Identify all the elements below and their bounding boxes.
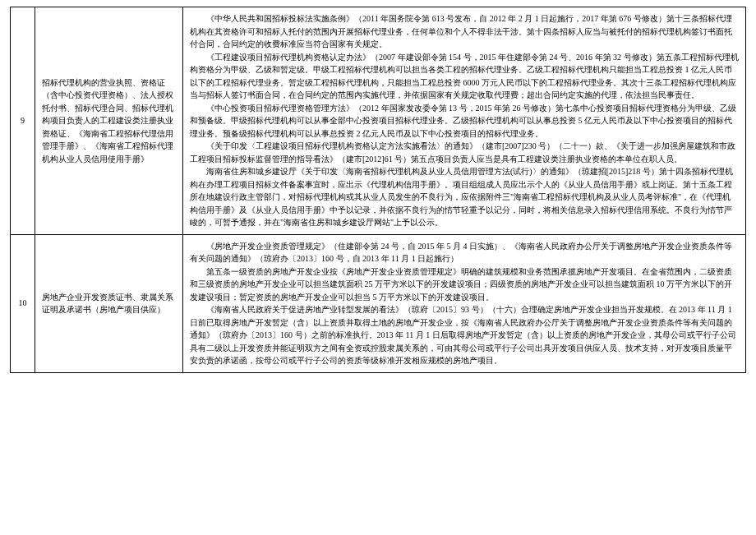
body-paragraph: 海南省住房和城乡建设厅《关于印发〈海南省招标代理机构及从业人员信用管理方法(试行… [190,165,739,229]
row-title: 招标代理机构的营业执照、资格证（含中心投资代理资格）、法人授权托付书、招标代理合… [35,7,183,235]
row-body: 《房地产开发企业资质管理规定》（住建部令第 24 号，自 2015 年 5 月 … [183,234,746,372]
body-paragraph: 《中华人民共和国招标投标法实施条例》（2011 年国务院令第 613 号发布，自… [190,12,739,51]
page: 9 招标代理机构的营业执照、资格证（含中心投资代理资格）、法人授权托付书、招标代… [0,0,756,535]
row-seq: 10 [11,234,35,372]
body-paragraph: 《海南省人民政府关于促进房地产业转型发展的看法》（琼府〔2015〕93 号）（十… [190,303,739,367]
table-row: 9 招标代理机构的营业执照、资格证（含中心投资代理资格）、法人授权托付书、招标代… [11,7,746,235]
row-seq: 9 [11,7,35,235]
table-row: 10 房地产企业开发资质证书、隶属关系证明及承诺书（房地产项目供应） 《房地产开… [11,234,746,372]
row-title: 房地产企业开发资质证书、隶属关系证明及承诺书（房地产项目供应） [35,234,183,372]
requirements-table: 9 招标代理机构的营业执照、资格证（含中心投资代理资格）、法人授权托付书、招标代… [10,7,746,373]
body-paragraph: 《房地产开发企业资质管理规定》（住建部令第 24 号，自 2015 年 5 月 … [190,240,739,265]
row-body: 《中华人民共和国招标投标法实施条例》（2011 年国务院令第 613 号发布，自… [183,7,746,235]
body-paragraph: 第五条一级资质的房地产开发企业按《房地产开发企业资质管理规定》明确的建筑规模和业… [190,265,739,304]
body-paragraph: 《中心投资项目招标代理资格管理方法》（2012 年国家发改委令第 13 号，20… [190,102,739,141]
body-paragraph: 《工程建设项目招标代理机构资格认定办法》（2007 年建设部令第 154 号，2… [190,51,739,102]
body-paragraph: 《关于印发〈工程建设项目招标代理机构资格认定方法实施看法〉的通知》（建市[200… [190,140,739,165]
